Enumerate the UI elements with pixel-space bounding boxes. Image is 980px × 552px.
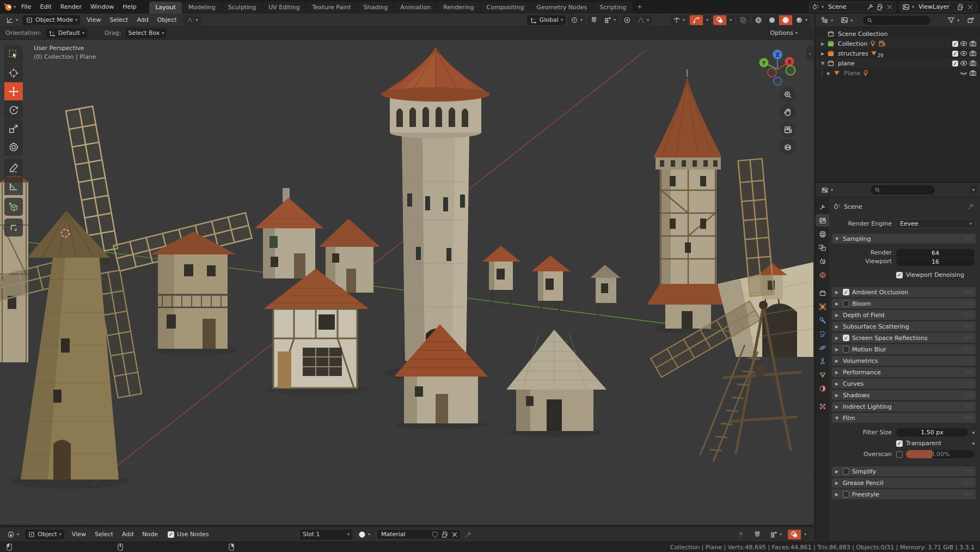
camera-view-button[interactable] — [780, 122, 796, 138]
new-viewlayer-icon[interactable] — [957, 3, 964, 11]
new-scene-icon[interactable] — [876, 3, 884, 11]
pan-button[interactable] — [780, 104, 796, 120]
viewport-denoising-checkbox[interactable]: ✓ — [896, 272, 903, 278]
properties-tab-object[interactable] — [816, 300, 829, 313]
eye-closed-toggle-icon[interactable] — [960, 69, 967, 77]
expand-icon[interactable]: ▶ — [820, 51, 825, 56]
eye-toggle-icon[interactable] — [960, 40, 967, 47]
outliner-row-plane[interactable]: │▶Plane — [816, 68, 980, 78]
shader-menu-select[interactable]: Select — [90, 530, 118, 539]
menu-edit[interactable]: Edit — [35, 2, 56, 11]
pin-icon[interactable] — [866, 3, 874, 11]
properties-tab-render[interactable] — [816, 214, 829, 227]
browse-material-dropdown[interactable]: ▾ — [356, 530, 373, 539]
cursor-tool[interactable] — [4, 64, 23, 82]
panel-grease-pencil[interactable]: ▶Grease Pencil∷∷ — [832, 478, 976, 488]
properties-tab-world[interactable] — [816, 269, 829, 281]
panel-screen-space-reflections[interactable]: ▶✓Screen Space Reflections∷∷ — [832, 333, 976, 343]
animate-dot[interactable] — [972, 442, 975, 445]
properties-tab-modifiers[interactable] — [816, 314, 829, 326]
expand-icon[interactable]: ▼ — [820, 61, 825, 66]
pin-id-icon[interactable] — [967, 203, 975, 210]
shader-overlays-dropdown[interactable]: ▾ — [801, 530, 809, 539]
annotate-tool[interactable] — [4, 159, 23, 177]
panel-depth-of-field[interactable]: ▶Depth of Field∷∷ — [832, 310, 976, 320]
shading-wireframe-button[interactable] — [752, 15, 765, 25]
overscan-slider[interactable]: 3.00% — [906, 450, 975, 458]
transform-orientation-dropdown[interactable]: Global▾ — [527, 15, 566, 25]
expand-icon[interactable]: ▶ — [826, 71, 831, 76]
screen-space-reflections-checkbox[interactable]: ✓ — [843, 335, 849, 341]
workspace-tab-rendering[interactable]: Rendering — [437, 2, 480, 14]
properties-tab-texture[interactable] — [816, 400, 829, 413]
unlink-material-icon[interactable] — [451, 531, 458, 538]
scene-name[interactable]: Scene — [826, 3, 864, 10]
workspace-tab-shading[interactable]: Shading — [358, 2, 394, 14]
workspace-tab-uv-editing[interactable]: UV Editing — [262, 2, 305, 14]
viewport-menu-add[interactable]: Add — [132, 15, 152, 25]
add-cube-tool[interactable] — [4, 198, 23, 216]
properties-tab-output[interactable] — [816, 228, 829, 240]
panel-shadows[interactable]: ▶Shadows∷∷ — [832, 390, 976, 400]
panel-subsurface-scattering[interactable]: ▶Subsurface Scattering∷∷ — [832, 322, 976, 331]
menu-window[interactable]: Window — [86, 2, 118, 11]
navigation-gizmo[interactable]: Z X Y — [757, 47, 798, 89]
blender-logo-icon[interactable] — [3, 2, 13, 11]
zoom-button[interactable] — [780, 87, 796, 103]
properties-options-dropdown[interactable]: ▾ — [970, 185, 977, 195]
shader-snap-mode-dropdown[interactable]: ▾ — [767, 530, 785, 539]
proportional-falloff-dropdown[interactable]: ▾ — [634, 15, 652, 25]
snap-settings-dropdown[interactable]: ▾ — [601, 15, 618, 25]
outliner-row-scene-collection[interactable]: Scene Collection — [816, 29, 980, 39]
filter-size-field[interactable]: 1.50 px — [896, 428, 968, 436]
panel-performance[interactable]: ▶Performance∷∷ — [832, 367, 976, 377]
outliner-search-input[interactable] — [863, 16, 930, 25]
properties-tab-scene[interactable] — [816, 255, 829, 268]
overlay-settings-dropdown[interactable]: ▾ — [727, 15, 734, 25]
extrude-tool[interactable] — [4, 219, 23, 236]
shader-snap-toggle[interactable] — [751, 530, 764, 539]
panel-motion-blur[interactable]: ▶✓Motion Blur∷∷ — [832, 344, 976, 354]
viewport-menu-object[interactable]: Object — [153, 15, 181, 25]
camera-toggle-icon[interactable] — [969, 40, 977, 47]
animate-dot[interactable] — [972, 432, 975, 434]
ambient-occlusion-checkbox[interactable]: ✓ — [843, 289, 849, 295]
menu-render[interactable]: Render — [56, 2, 86, 11]
outliner-filter-dropdown[interactable]: ▾ — [945, 15, 962, 25]
new-material-icon[interactable] — [441, 531, 449, 538]
render-engine-dropdown[interactable]: Eevee▾ — [896, 219, 976, 228]
outliner-row-structures[interactable]: ▶structures29✓ — [816, 48, 980, 58]
workspace-tab-modeling[interactable]: Modeling — [182, 2, 222, 14]
drag-setting-dropdown[interactable]: Select Box▾ — [125, 28, 167, 38]
panel-volumetrics[interactable]: ▶Volumetrics∷∷ — [832, 356, 976, 366]
eye-toggle-icon[interactable] — [960, 50, 967, 57]
menu-help[interactable]: Help — [118, 2, 140, 11]
use-nodes-toggle[interactable]: ✓Use Nodes — [168, 531, 209, 538]
mode-dropdown[interactable]: Object Mode▾ — [23, 15, 80, 25]
outliner-row-plane[interactable]: ▼plane✓ — [816, 58, 980, 68]
workspace-tab-sculpting[interactable]: Sculpting — [222, 2, 262, 14]
expand-icon[interactable]: ▶ — [820, 41, 825, 46]
camera-toggle-icon[interactable] — [969, 50, 977, 57]
viewport-menu-select[interactable]: Select — [105, 15, 132, 25]
panel-curves[interactable]: ▶Curves∷∷ — [832, 379, 976, 389]
workspace-tab-animation[interactable]: Animation — [394, 2, 437, 14]
eye-toggle-icon[interactable] — [960, 59, 967, 67]
properties-editor-type-dropdown[interactable]: ▾ — [818, 185, 836, 195]
orientation-setting-dropdown[interactable]: Default▾ — [46, 28, 87, 38]
panel-simplify[interactable]: ▶✓Simplify∷∷ — [832, 466, 976, 476]
properties-tab-tool[interactable] — [816, 201, 829, 213]
menu-file[interactable]: File — [17, 2, 35, 11]
selectable-checkbox[interactable]: ✓ — [952, 60, 958, 66]
properties-tab-particles[interactable] — [816, 327, 829, 340]
scale-tool[interactable] — [4, 119, 23, 137]
outliner-filter-id-dropdown[interactable]: ▾ — [838, 15, 855, 25]
shader-menu-view[interactable]: View — [68, 530, 90, 539]
properties-tab-material[interactable] — [816, 382, 829, 395]
sampling-render-field[interactable]: 64 — [896, 249, 975, 257]
simplify-checkbox[interactable]: ✓ — [843, 468, 849, 475]
shading-solid-button[interactable] — [765, 15, 779, 25]
fake-user-shield-icon[interactable] — [431, 531, 439, 538]
editor-type-button[interactable]: ▾ — [3, 15, 21, 25]
workspace-tab-texture-paint[interactable]: Texture Paint — [307, 2, 357, 14]
